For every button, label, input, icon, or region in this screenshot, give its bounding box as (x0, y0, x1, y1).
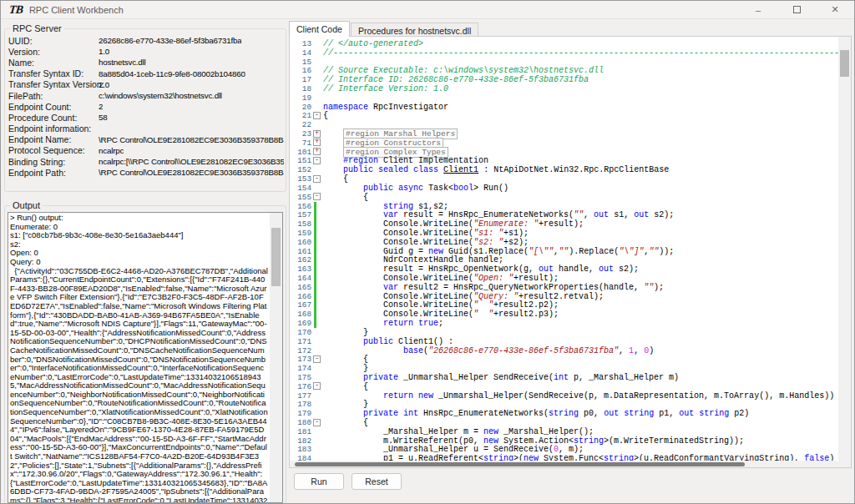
fold-expand-icon[interactable]: + (313, 139, 321, 146)
code-line: 20namespace RpcInvestigator (290, 103, 837, 112)
code-line: 168 Console.WriteLine(" "+result2.p3); (290, 310, 837, 319)
server-field-value: 58 (99, 113, 108, 122)
code-text: { (323, 355, 368, 364)
tab-procedures[interactable]: Procedures for hostnetsvc.dll (351, 23, 478, 37)
line-number: 168 (290, 310, 311, 319)
fold-expand-icon[interactable]: + (313, 130, 321, 138)
code-text: public Client1() : (323, 337, 453, 346)
code-text: Console.WriteLine("Query: "+result2.retv… (323, 292, 604, 301)
window-title: RPC Client Workbench (29, 5, 124, 15)
code-text: result = HnsRpc_OpenNetwork(g, out handl… (323, 265, 639, 274)
code-line: 164 Console.WriteLine("Open: "+result); (290, 274, 837, 283)
maximize-icon (793, 6, 801, 13)
fold-margin: - (311, 382, 323, 391)
server-field-label: Endpoint Name: (8, 134, 99, 144)
server-field-value: 2 (99, 102, 103, 111)
output-scrollbar-thumb[interactable] (271, 228, 281, 286)
code-text: // </auto-generated> (323, 39, 423, 48)
code-line: 153- { (290, 174, 837, 184)
change-bar (314, 310, 316, 319)
line-number: 22 (290, 120, 311, 129)
minimize-button[interactable]: – (739, 1, 777, 18)
run-button[interactable]: Run (294, 473, 344, 490)
fold-collapse-icon[interactable]: - (313, 355, 321, 363)
line-number: 173 (290, 355, 311, 364)
fold-margin (311, 120, 323, 129)
code-line: 170 } (290, 328, 837, 337)
line-number: 178 (290, 400, 311, 409)
fold-margin (311, 301, 323, 310)
line-number: 16 (290, 66, 311, 75)
fold-collapse-icon[interactable]: - (313, 157, 321, 164)
server-field-row: Transfer Syntax Version:2.0 (8, 79, 284, 90)
server-field-row: UUID:26268c86-e770-433e-86ef-5f3ba6731fb… (8, 35, 284, 46)
server-field-value: c:\windows\system32\hostnetsvc.dll (99, 91, 222, 100)
fold-collapse-icon[interactable]: - (313, 193, 321, 200)
code-line: 180- { (290, 418, 837, 427)
line-number: 13 (290, 39, 311, 48)
fold-margin (311, 328, 323, 337)
line-number: 169 (290, 319, 311, 328)
change-bar (314, 229, 316, 238)
output-scrollbar[interactable] (270, 213, 282, 502)
editor-vscrollbar[interactable] (838, 37, 851, 467)
editor-hscrollbar-thumb[interactable] (295, 462, 745, 466)
fold-margin (311, 337, 323, 346)
server-field-label: Endpoint Count: (8, 102, 99, 112)
fold-collapse-icon[interactable]: - (313, 175, 321, 183)
fold-margin: - (311, 174, 323, 184)
code-text: return true; (323, 319, 443, 328)
code-editor[interactable]: 13// </auto-generated>14//--------------… (289, 36, 852, 468)
output-textbox[interactable]: > Run() output: Enumerate: 0 s1: ["c08cb… (8, 212, 283, 503)
code-line: 15 (290, 58, 837, 67)
editor-vscrollbar-thumb[interactable] (840, 50, 849, 77)
server-field-label: Version: (8, 47, 99, 57)
line-number: 156 (290, 202, 311, 211)
fold-collapse-icon[interactable]: - (313, 382, 321, 390)
code-text: #region Complex Types (323, 148, 448, 157)
fold-margin (311, 283, 323, 292)
server-field-row: Endpoint information: (8, 123, 284, 134)
fold-margin: - (311, 418, 323, 427)
server-field-row: Endpoint Name:\RPC Control\OLE9E281082EC… (8, 134, 284, 145)
server-field-value: 26268c86-e770-433e-86ef-5f3ba6731fba (99, 36, 241, 45)
line-number: 19 (290, 93, 311, 103)
fold-expand-icon[interactable]: + (313, 148, 321, 155)
close-button[interactable]: ✕ (816, 1, 854, 18)
fold-collapse-icon[interactable]: - (313, 112, 321, 119)
fold-collapse-icon[interactable]: - (313, 419, 321, 426)
line-number: 170 (290, 328, 311, 337)
fold-margin (311, 210, 323, 219)
fold-margin (311, 39, 323, 48)
line-number: 15 (290, 58, 311, 67)
line-number: 180 (290, 418, 311, 427)
editor-hscrollbar[interactable] (290, 461, 838, 467)
line-number: 101 (290, 148, 311, 157)
rpc-server-group-label: RPC Server (10, 23, 64, 33)
change-bar (314, 256, 316, 265)
fold-margin: - (311, 112, 323, 121)
maximize-button[interactable] (777, 1, 816, 18)
fold-margin (311, 346, 323, 355)
code-text: { (323, 111, 328, 120)
fold-margin (311, 184, 323, 193)
line-number: 158 (290, 219, 311, 229)
server-field-value: \RPC Control\OLE9E281082EC9E3036B359378B… (99, 135, 284, 144)
tab-client-code[interactable]: Client Code (289, 21, 350, 37)
code-line: 175 private _Unmarshal_Helper SendReceiv… (290, 373, 837, 382)
code-line: 179 private int HnsRpc_EnumerateNetworks… (290, 409, 837, 418)
line-number: 23 (290, 129, 311, 139)
code-line: 19 (290, 93, 837, 103)
code-line: 17// Interface ID: 26268c86-e770-433e-86… (290, 75, 837, 84)
fold-margin (311, 58, 323, 67)
fold-margin (311, 84, 323, 93)
fold-margin (311, 202, 323, 211)
fold-margin (311, 373, 323, 382)
app-window: TB RPC Client Workbench – ✕ RPC Server U… (0, 0, 855, 504)
server-field-label: UUID: (8, 36, 99, 46)
server-field-row: Binding String:ncalrpc:[\\RPC Control\\O… (8, 156, 284, 167)
line-number: 17 (290, 75, 311, 84)
code-text: var result2 = HnsRpc_QueryNetworkPropert… (323, 283, 664, 292)
reset-button[interactable]: Reset (352, 473, 402, 490)
code-text: m.WriteReferent(p0, new System.Action<st… (323, 436, 744, 446)
